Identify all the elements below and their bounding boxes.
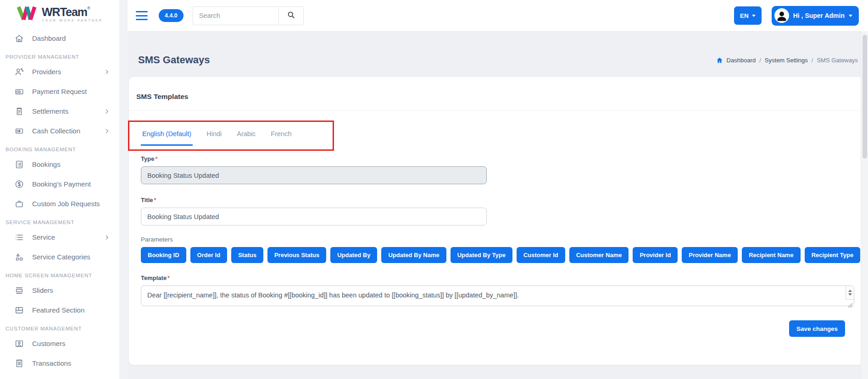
param-button-recipient-name[interactable]: Recipient Name xyxy=(742,247,801,263)
sidebar-item-dashboard[interactable]: Dashboard xyxy=(0,28,119,48)
brand-name: WRTeam xyxy=(42,5,87,18)
param-button-updated-by[interactable]: Updated By xyxy=(330,247,377,263)
custom-job-requests-icon xyxy=(14,198,25,209)
brand-registered-mark: ® xyxy=(87,6,90,11)
tab-arabic[interactable]: Arabic xyxy=(235,130,257,146)
language-label: EN xyxy=(740,12,749,19)
transactions-icon xyxy=(14,358,25,369)
sidebar-section-booking-management: BOOKING MANAGEMENT xyxy=(0,141,119,154)
brand-text: WRTeam® YOUR WORK PARTNER xyxy=(42,6,103,22)
required-asterisk: * xyxy=(154,197,156,203)
sidebar-item-service[interactable]: Service xyxy=(0,227,119,247)
language-dropdown[interactable]: EN xyxy=(734,6,762,25)
breadcrumb: Dashboard/System Settings/SMS Gateways xyxy=(716,57,858,64)
type-field-group: Type* xyxy=(141,155,854,184)
sidebar-item-featured-section[interactable]: Featured Section xyxy=(0,300,119,320)
search-group xyxy=(193,6,304,25)
chevron-down-icon xyxy=(849,15,852,17)
breadcrumb-separator: / xyxy=(812,57,813,64)
sidebar-item-cash-collection[interactable]: Cash Collection xyxy=(0,121,119,141)
chevron-right-icon xyxy=(104,234,110,241)
sidebar-item-label: Dashboard xyxy=(32,34,110,42)
sidebar-item-sliders[interactable]: Sliders xyxy=(0,280,119,300)
featured-section-icon xyxy=(14,305,25,316)
brand-logo[interactable]: WRTeam® YOUR WORK PARTNER xyxy=(0,0,119,28)
save-button[interactable]: Save changes xyxy=(789,320,845,337)
type-label: Type* xyxy=(141,155,854,162)
breadcrumb-system-settings[interactable]: System Settings xyxy=(765,57,808,64)
version-badge: 4.4.0 xyxy=(159,9,184,22)
sidebar-section-provider-management: PROVIDER MANAGEMENT xyxy=(0,48,119,62)
breadcrumb-sms-gateways: SMS Gateways xyxy=(817,57,858,64)
title-input[interactable] xyxy=(141,208,487,225)
providers-icon xyxy=(14,66,25,77)
page-header: SMS Gateways Dashboard/System Settings/S… xyxy=(128,31,868,72)
textarea-scrollbar[interactable] xyxy=(846,286,854,300)
avatar xyxy=(774,8,789,23)
app-window: WRTeam® YOUR WORK PARTNER DashboardPROVI… xyxy=(0,0,868,379)
sidebar-item-label: Cash Collection xyxy=(32,127,104,135)
param-button-booking-id[interactable]: Booking ID xyxy=(141,247,186,263)
param-button-customer-name[interactable]: Customer Name xyxy=(569,247,629,263)
window-scrollbar[interactable] xyxy=(861,31,868,379)
search-input[interactable] xyxy=(193,6,278,25)
sidebar-item-providers[interactable]: Providers xyxy=(0,62,119,82)
settlements-icon xyxy=(14,106,25,117)
sidebar-item-settlements[interactable]: Settlements xyxy=(0,101,119,121)
service-icon xyxy=(14,232,25,243)
search-button[interactable] xyxy=(278,6,304,25)
tab-english-default[interactable]: English (Default) xyxy=(141,130,193,146)
param-button-previous-status[interactable]: Previous Status xyxy=(267,247,326,263)
sliders-icon xyxy=(14,285,25,296)
parameters-group: Parameters Booking IDOrder IdStatusPrevi… xyxy=(141,236,854,263)
param-button-updated-by-name[interactable]: Updated By Name xyxy=(381,247,446,263)
title-field-group: Title* xyxy=(141,197,854,225)
brand-tagline: YOUR WORK PARTNER xyxy=(42,19,103,22)
chevron-right-icon xyxy=(104,69,110,75)
sidebar-item-label: Bookings xyxy=(32,160,110,168)
sidebar-item-label: Custom Job Requests xyxy=(32,200,110,208)
hamburger-menu-icon[interactable] xyxy=(136,11,148,20)
sidebar-item-customers[interactable]: Customers xyxy=(0,334,119,353)
param-button-order-id[interactable]: Order Id xyxy=(190,247,228,263)
sidebar-item-transactions[interactable]: Transactions xyxy=(0,353,119,373)
customers-icon xyxy=(14,338,25,349)
sidebar-item-label: Payment Request xyxy=(32,88,110,95)
cash-collection-icon xyxy=(14,126,25,137)
bookings-payment-icon xyxy=(14,179,25,190)
sidebar-nav: DashboardPROVIDER MANAGEMENTProvidersPay… xyxy=(0,28,119,373)
sidebar-item-custom-job-requests[interactable]: Custom Job Requests xyxy=(0,194,119,214)
sidebar-section-customer-management: CUSTOMER MANAGEMENT xyxy=(0,320,119,334)
search-icon xyxy=(287,11,295,21)
sidebar-item-label: Providers xyxy=(32,68,104,76)
service-categories-icon xyxy=(14,252,25,263)
template-textarea[interactable]: Dear [[recipient_name]], the status of B… xyxy=(141,286,854,306)
tab-hindi[interactable]: Hindi xyxy=(205,130,223,146)
param-button-provider-name[interactable]: Provider Name xyxy=(682,247,738,263)
breadcrumb-dashboard[interactable]: Dashboard xyxy=(727,57,756,64)
required-asterisk: * xyxy=(167,275,170,281)
param-button-provider-id[interactable]: Provider Id xyxy=(633,247,678,263)
param-button-customer-id[interactable]: Customer Id xyxy=(517,247,565,263)
card-title: SMS Templates xyxy=(129,77,863,111)
language-tabs: English (Default)HindiArabicFrench xyxy=(141,130,854,146)
sidebar-item-payment-request[interactable]: Payment Request xyxy=(0,82,119,101)
param-button-recipient-type[interactable]: Recipient Type xyxy=(805,247,861,263)
sidebar-item-service-categories[interactable]: Service Categories xyxy=(0,247,119,267)
param-button-updated-by-type[interactable]: Updated By Type xyxy=(451,247,512,263)
param-button-status[interactable]: Status xyxy=(231,247,263,263)
tab-french[interactable]: French xyxy=(269,130,293,146)
title-label: Title* xyxy=(141,197,854,203)
chevron-right-icon xyxy=(104,128,110,134)
textarea-resize-handle[interactable] xyxy=(848,302,853,307)
sidebar-item-bookings[interactable]: Bookings xyxy=(0,154,119,174)
scrollbar-thumb[interactable] xyxy=(862,35,867,159)
template-field-group: Template* Dear [[recipient_name]], the s… xyxy=(141,275,854,308)
sidebar-item-booking-s-payment[interactable]: Booking's Payment xyxy=(0,174,119,194)
sidebar-scrollbar[interactable] xyxy=(119,0,128,379)
chevron-down-icon xyxy=(752,15,756,17)
template-label: Template* xyxy=(141,275,854,281)
parameters-label: Parameters xyxy=(141,236,854,243)
sidebar-item-label: Booking's Payment xyxy=(32,180,110,188)
user-menu-dropdown[interactable]: Hi , Super Admin xyxy=(772,6,859,26)
